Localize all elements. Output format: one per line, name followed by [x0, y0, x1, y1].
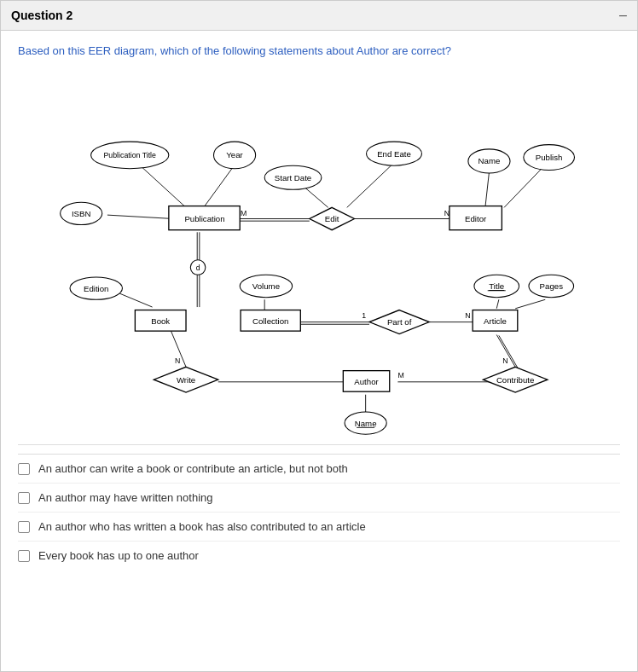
option-text-opt3: An author who has written a book has als…	[38, 520, 366, 533]
question-text: Based on this EER diagram, which of the …	[18, 44, 620, 57]
svg-text:Author: Author	[354, 377, 379, 386]
option-text-opt4: Every book has up to one author	[38, 549, 199, 562]
content-area: Based on this EER diagram, which of the …	[1, 31, 637, 583]
svg-line-0	[141, 166, 186, 207]
window-title: Question 2	[11, 9, 72, 22]
svg-line-9	[347, 165, 392, 207]
svg-text:Collection: Collection	[252, 316, 288, 326]
svg-text:Edit: Edit	[325, 214, 339, 223]
svg-text:M: M	[241, 209, 246, 217]
svg-text:Article: Article	[484, 316, 507, 326]
svg-text:ISBN: ISBN	[72, 209, 91, 218]
option-text-opt1: An author can write a book or contribute…	[38, 462, 348, 475]
svg-text:Name: Name	[355, 419, 377, 428]
svg-text:N: N	[465, 311, 470, 320]
svg-line-18	[515, 299, 545, 309]
svg-text:Start Date: Start Date	[275, 173, 311, 182]
checkbox-opt4[interactable]	[18, 550, 30, 562]
svg-text:Name: Name	[478, 156, 501, 165]
svg-text:Publish: Publish	[536, 153, 563, 162]
svg-text:1: 1	[362, 311, 366, 320]
option-text-opt2: An author may have written nothing	[38, 491, 213, 504]
svg-text:d: d	[196, 264, 200, 272]
svg-text:Volume: Volume	[252, 281, 280, 291]
option-item-opt2: An author may have written nothing	[18, 483, 620, 512]
svg-line-6	[485, 172, 489, 206]
svg-text:M: M	[397, 371, 403, 379]
diagram-svg: M N 1 N N N M N Publication	[18, 69, 624, 436]
option-item-opt1: An author can write a book or contribute…	[18, 454, 620, 483]
svg-text:Title: Title	[489, 281, 504, 291]
svg-text:N: N	[502, 356, 508, 365]
svg-line-17	[496, 299, 499, 309]
svg-text:Contribute: Contribute	[496, 375, 534, 385]
svg-line-20	[499, 335, 518, 368]
svg-text:Edition: Edition	[84, 284, 108, 293]
options-list: An author can write a book or contribute…	[18, 454, 620, 570]
option-item-opt3: An author who has written a book has als…	[18, 512, 620, 541]
svg-text:N: N	[444, 209, 450, 217]
option-item-opt4: Every book has up to one author	[18, 541, 620, 570]
svg-text:N: N	[175, 356, 180, 365]
divider	[18, 444, 620, 445]
svg-text:Editor: Editor	[465, 214, 487, 223]
svg-text:Write: Write	[177, 375, 195, 385]
minimize-button[interactable]: –	[619, 8, 627, 23]
svg-line-12	[116, 293, 152, 308]
svg-text:Publication Title: Publication Title	[104, 151, 157, 159]
svg-line-2	[107, 215, 173, 218]
checkbox-opt3[interactable]	[18, 521, 30, 533]
svg-text:Book: Book	[151, 316, 170, 326]
title-bar: Question 2 –	[1, 1, 637, 31]
checkbox-opt1[interactable]	[18, 463, 30, 475]
svg-text:End Eate: End Eate	[377, 149, 411, 159]
svg-text:Year: Year	[226, 150, 243, 159]
svg-line-7	[504, 165, 545, 207]
svg-text:Publication: Publication	[184, 214, 224, 223]
checkbox-opt2[interactable]	[18, 492, 30, 504]
svg-line-1	[205, 165, 235, 206]
svg-text:Part of: Part of	[387, 317, 412, 327]
svg-text:Pages: Pages	[540, 281, 564, 291]
window: Question 2 – Based on this EER diagram, …	[0, 0, 638, 672]
eer-diagram: M N 1 N N N M N Publication	[18, 69, 624, 436]
